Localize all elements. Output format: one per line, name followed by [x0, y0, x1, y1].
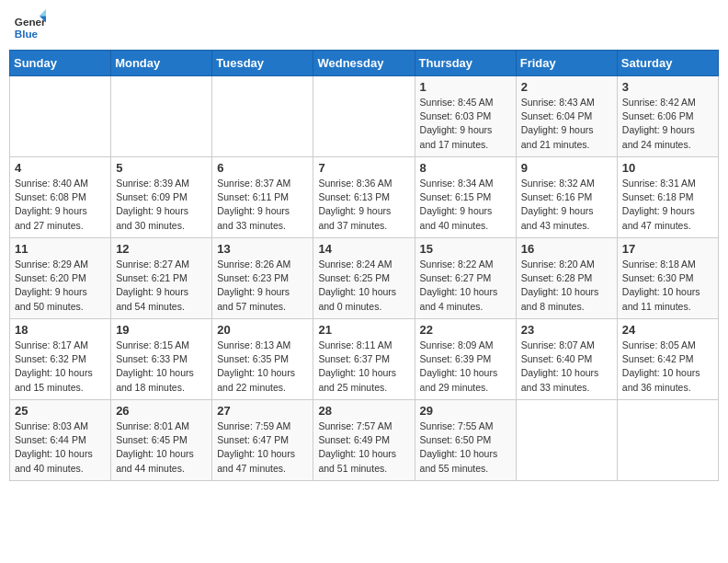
day-info: Sunrise: 8:29 AM Sunset: 6:20 PM Dayligh…	[15, 258, 106, 314]
calendar-cell: 24Sunrise: 8:05 AM Sunset: 6:42 PM Dayli…	[617, 319, 718, 400]
day-info: Sunrise: 8:37 AM Sunset: 6:11 PM Dayligh…	[217, 177, 308, 233]
day-of-week-header: Friday	[516, 51, 617, 76]
calendar-cell: 17Sunrise: 8:18 AM Sunset: 6:30 PM Dayli…	[617, 238, 718, 319]
day-of-week-header: Sunday	[10, 51, 111, 76]
calendar-cell: 25Sunrise: 8:03 AM Sunset: 6:44 PM Dayli…	[10, 400, 111, 481]
calendar-cell: 10Sunrise: 8:31 AM Sunset: 6:18 PM Dayli…	[617, 157, 718, 238]
svg-text:Blue: Blue	[15, 28, 39, 40]
calendar-cell: 9Sunrise: 8:32 AM Sunset: 6:16 PM Daylig…	[516, 157, 617, 238]
calendar-header-row: SundayMondayTuesdayWednesdayThursdayFrid…	[10, 51, 719, 76]
calendar-cell: 5Sunrise: 8:39 AM Sunset: 6:09 PM Daylig…	[111, 157, 212, 238]
day-of-week-header: Monday	[111, 51, 212, 76]
day-number: 20	[217, 323, 308, 337]
day-info: Sunrise: 8:32 AM Sunset: 6:16 PM Dayligh…	[521, 177, 612, 233]
calendar-cell	[516, 400, 617, 481]
day-number: 28	[318, 404, 409, 418]
calendar-cell: 2Sunrise: 8:43 AM Sunset: 6:04 PM Daylig…	[516, 76, 617, 157]
day-info: Sunrise: 8:13 AM Sunset: 6:35 PM Dayligh…	[217, 339, 308, 395]
calendar-cell: 18Sunrise: 8:17 AM Sunset: 6:32 PM Dayli…	[10, 319, 111, 400]
calendar-cell: 14Sunrise: 8:24 AM Sunset: 6:25 PM Dayli…	[313, 238, 415, 319]
day-info: Sunrise: 8:45 AM Sunset: 6:03 PM Dayligh…	[420, 96, 511, 152]
calendar-cell: 29Sunrise: 7:55 AM Sunset: 6:50 PM Dayli…	[415, 400, 516, 481]
day-info: Sunrise: 8:03 AM Sunset: 6:44 PM Dayligh…	[15, 419, 106, 476]
day-number: 5	[116, 161, 207, 175]
calendar-cell: 12Sunrise: 8:27 AM Sunset: 6:21 PM Dayli…	[111, 238, 212, 319]
day-number: 10	[622, 161, 713, 175]
calendar-cell: 16Sunrise: 8:20 AM Sunset: 6:28 PM Dayli…	[516, 238, 617, 319]
calendar-cell: 13Sunrise: 8:26 AM Sunset: 6:23 PM Dayli…	[212, 238, 313, 319]
day-number: 19	[116, 323, 207, 337]
day-number: 7	[318, 161, 409, 175]
page-header: General Blue	[9, 9, 719, 42]
calendar-cell: 3Sunrise: 8:42 AM Sunset: 6:06 PM Daylig…	[617, 76, 718, 157]
calendar-table: SundayMondayTuesdayWednesdayThursdayFrid…	[9, 50, 719, 481]
day-number: 16	[521, 242, 612, 256]
day-number: 24	[622, 323, 713, 337]
day-number: 25	[15, 404, 106, 418]
day-info: Sunrise: 7:57 AM Sunset: 6:49 PM Dayligh…	[318, 419, 409, 476]
calendar-week-row: 11Sunrise: 8:29 AM Sunset: 6:20 PM Dayli…	[10, 238, 719, 319]
calendar-cell: 1Sunrise: 8:45 AM Sunset: 6:03 PM Daylig…	[415, 76, 516, 157]
day-info: Sunrise: 8:20 AM Sunset: 6:28 PM Dayligh…	[521, 258, 612, 314]
day-of-week-header: Tuesday	[212, 51, 313, 76]
day-number: 23	[521, 323, 612, 337]
day-of-week-header: Thursday	[415, 51, 516, 76]
day-info: Sunrise: 8:22 AM Sunset: 6:27 PM Dayligh…	[420, 258, 511, 314]
calendar-cell: 6Sunrise: 8:37 AM Sunset: 6:11 PM Daylig…	[212, 157, 313, 238]
day-info: Sunrise: 8:24 AM Sunset: 6:25 PM Dayligh…	[318, 258, 409, 314]
calendar-cell: 23Sunrise: 8:07 AM Sunset: 6:40 PM Dayli…	[516, 319, 617, 400]
calendar-cell: 22Sunrise: 8:09 AM Sunset: 6:39 PM Dayli…	[415, 319, 516, 400]
day-number: 11	[15, 242, 106, 256]
day-of-week-header: Saturday	[617, 51, 718, 76]
calendar-cell: 11Sunrise: 8:29 AM Sunset: 6:20 PM Dayli…	[10, 238, 111, 319]
calendar-cell: 4Sunrise: 8:40 AM Sunset: 6:08 PM Daylig…	[10, 157, 111, 238]
day-info: Sunrise: 8:26 AM Sunset: 6:23 PM Dayligh…	[217, 258, 308, 314]
day-number: 21	[318, 323, 409, 337]
day-number: 22	[420, 323, 511, 337]
day-number: 12	[116, 242, 207, 256]
day-info: Sunrise: 8:31 AM Sunset: 6:18 PM Dayligh…	[622, 177, 713, 233]
calendar-cell: 7Sunrise: 8:36 AM Sunset: 6:13 PM Daylig…	[313, 157, 415, 238]
day-info: Sunrise: 8:40 AM Sunset: 6:08 PM Dayligh…	[15, 177, 106, 233]
day-of-week-header: Wednesday	[313, 51, 415, 76]
day-info: Sunrise: 8:42 AM Sunset: 6:06 PM Dayligh…	[622, 96, 713, 152]
calendar-cell: 15Sunrise: 8:22 AM Sunset: 6:27 PM Dayli…	[415, 238, 516, 319]
calendar-week-row: 4Sunrise: 8:40 AM Sunset: 6:08 PM Daylig…	[10, 157, 719, 238]
day-info: Sunrise: 8:05 AM Sunset: 6:42 PM Dayligh…	[622, 339, 713, 395]
logo-icon: General Blue	[13, 9, 46, 42]
calendar-cell	[10, 76, 111, 157]
calendar-cell: 21Sunrise: 8:11 AM Sunset: 6:37 PM Dayli…	[313, 319, 415, 400]
day-number: 4	[15, 161, 106, 175]
calendar-cell: 20Sunrise: 8:13 AM Sunset: 6:35 PM Dayli…	[212, 319, 313, 400]
calendar-week-row: 1Sunrise: 8:45 AM Sunset: 6:03 PM Daylig…	[10, 76, 719, 157]
calendar-cell: 8Sunrise: 8:34 AM Sunset: 6:15 PM Daylig…	[415, 157, 516, 238]
day-info: Sunrise: 8:18 AM Sunset: 6:30 PM Dayligh…	[622, 258, 713, 314]
calendar-cell	[111, 76, 212, 157]
day-number: 9	[521, 161, 612, 175]
day-info: Sunrise: 8:15 AM Sunset: 6:33 PM Dayligh…	[116, 339, 207, 395]
day-number: 8	[420, 161, 511, 175]
calendar-cell: 19Sunrise: 8:15 AM Sunset: 6:33 PM Dayli…	[111, 319, 212, 400]
day-number: 13	[217, 242, 308, 256]
calendar-cell: 26Sunrise: 8:01 AM Sunset: 6:45 PM Dayli…	[111, 400, 212, 481]
day-number: 14	[318, 242, 409, 256]
day-info: Sunrise: 8:43 AM Sunset: 6:04 PM Dayligh…	[521, 96, 612, 152]
day-info: Sunrise: 8:34 AM Sunset: 6:15 PM Dayligh…	[420, 177, 511, 233]
day-number: 18	[15, 323, 106, 337]
day-number: 17	[622, 242, 713, 256]
calendar-cell: 27Sunrise: 7:59 AM Sunset: 6:47 PM Dayli…	[212, 400, 313, 481]
day-number: 29	[420, 404, 511, 418]
day-info: Sunrise: 8:11 AM Sunset: 6:37 PM Dayligh…	[318, 339, 409, 395]
day-number: 3	[622, 80, 713, 94]
svg-marker-3	[40, 9, 46, 16]
day-number: 6	[217, 161, 308, 175]
day-info: Sunrise: 8:27 AM Sunset: 6:21 PM Dayligh…	[116, 258, 207, 314]
day-number: 1	[420, 80, 511, 94]
day-info: Sunrise: 8:07 AM Sunset: 6:40 PM Dayligh…	[521, 339, 612, 395]
day-number: 2	[521, 80, 612, 94]
calendar-cell	[313, 76, 415, 157]
day-info: Sunrise: 8:36 AM Sunset: 6:13 PM Dayligh…	[318, 177, 409, 233]
day-info: Sunrise: 8:01 AM Sunset: 6:45 PM Dayligh…	[116, 419, 207, 476]
day-number: 15	[420, 242, 511, 256]
day-number: 26	[116, 404, 207, 418]
